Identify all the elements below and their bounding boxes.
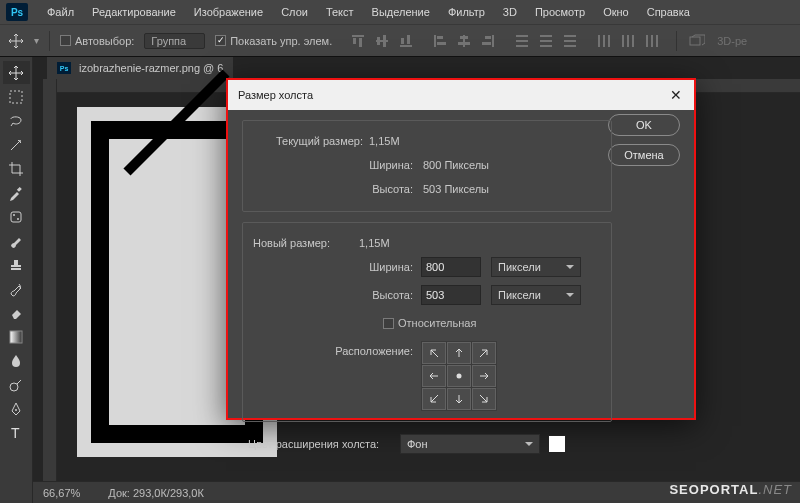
menu-filter[interactable]: Фильтр — [439, 6, 494, 18]
distribute-icon[interactable] — [512, 31, 532, 51]
menu-layers[interactable]: Слои — [272, 6, 317, 18]
svg-rect-32 — [632, 35, 634, 47]
svg-rect-44 — [10, 331, 22, 343]
show-controls-label: Показать упр. элем. — [230, 35, 332, 47]
canvas-size-dialog: Размер холста ✕ OK Отмена Текущий размер… — [226, 78, 696, 420]
anchor-grid[interactable] — [421, 341, 497, 411]
svg-rect-35 — [656, 35, 658, 47]
tool-lasso[interactable] — [3, 109, 30, 132]
svg-rect-1 — [353, 38, 356, 44]
distribute-icon[interactable] — [536, 31, 556, 51]
checkbox-icon — [60, 35, 71, 46]
anchor-label: Расположение: — [253, 341, 413, 357]
height-unit-combo[interactable]: Пиксели — [491, 285, 581, 305]
align-hcenter-icon[interactable] — [454, 31, 474, 51]
svg-rect-16 — [485, 36, 491, 39]
distribute-icon[interactable] — [594, 31, 614, 51]
menu-window[interactable]: Окно — [594, 6, 638, 18]
show-controls-checkbox[interactable]: Показать упр. элем. — [215, 35, 332, 47]
svg-text:T: T — [11, 425, 20, 441]
align-left-icon[interactable] — [430, 31, 450, 51]
3d-mode-icon[interactable] — [687, 31, 707, 51]
menu-help[interactable]: Справка — [638, 6, 699, 18]
tool-stamp[interactable] — [3, 253, 30, 276]
tool-wand[interactable] — [3, 133, 30, 156]
ext-color-swatch[interactable] — [548, 435, 566, 453]
tool-type[interactable]: T — [3, 421, 30, 444]
svg-point-46 — [15, 409, 17, 411]
menu-file[interactable]: Файл — [38, 6, 83, 18]
menu-edit[interactable]: Редактирование — [83, 6, 185, 18]
close-icon[interactable]: ✕ — [668, 87, 684, 103]
new-size-group: Новый размер: 1,15M Ширина: Пиксели Высо… — [242, 222, 612, 422]
cancel-button[interactable]: Отмена — [608, 144, 680, 166]
tool-gradient[interactable] — [3, 325, 30, 348]
relative-checkbox[interactable]: Относительная — [383, 317, 476, 329]
tool-eraser[interactable] — [3, 301, 30, 324]
anchor-e[interactable] — [472, 365, 496, 387]
tools-panel: T — [0, 57, 33, 503]
tool-eyedropper[interactable] — [3, 181, 30, 204]
watermark: SEOPORTAL.NET — [669, 482, 792, 497]
app-logo: Ps — [6, 3, 28, 21]
svg-rect-11 — [437, 42, 446, 45]
distribute-icon[interactable] — [618, 31, 638, 51]
distribute-icon[interactable] — [560, 31, 580, 51]
svg-rect-9 — [434, 35, 436, 47]
relative-label: Относительная — [398, 317, 476, 329]
ext-color-combo[interactable]: Фон — [400, 434, 540, 454]
menu-view[interactable]: Просмотр — [526, 6, 594, 18]
dialog-titlebar[interactable]: Размер холста ✕ — [228, 80, 694, 110]
current-width-value: 800 Пикселы — [423, 159, 489, 171]
align-right-icon[interactable] — [478, 31, 498, 51]
auto-select-label: Автовыбор: — [75, 35, 134, 47]
anchor-n[interactable] — [447, 342, 471, 364]
layer-group-combo[interactable]: Группа — [144, 33, 205, 49]
svg-point-42 — [17, 218, 19, 220]
current-size-group: Текущий размер: 1,15M Ширина: 800 Пиксел… — [242, 120, 612, 212]
tool-crop[interactable] — [3, 157, 30, 180]
anchor-se[interactable] — [472, 388, 496, 410]
new-width-label: Ширина: — [253, 261, 413, 273]
anchor-ne[interactable] — [472, 342, 496, 364]
svg-rect-36 — [690, 37, 700, 45]
tool-blur[interactable] — [3, 349, 30, 372]
menu-select[interactable]: Выделение — [363, 6, 439, 18]
tool-brush[interactable] — [3, 229, 30, 252]
width-input[interactable] — [421, 257, 481, 277]
anchor-nw[interactable] — [422, 342, 446, 364]
tool-dodge[interactable] — [3, 373, 30, 396]
tool-move[interactable] — [3, 61, 30, 84]
svg-rect-8 — [407, 35, 410, 44]
height-input[interactable] — [421, 285, 481, 305]
svg-rect-6 — [400, 45, 412, 47]
tool-pen[interactable] — [3, 397, 30, 420]
svg-rect-21 — [540, 35, 552, 37]
menu-3d[interactable]: 3D — [494, 6, 526, 18]
anchor-w[interactable] — [422, 365, 446, 387]
auto-select-checkbox[interactable]: Автовыбор: — [60, 35, 134, 47]
anchor-sw[interactable] — [422, 388, 446, 410]
align-bottom-icon[interactable] — [396, 31, 416, 51]
zoom-level[interactable]: 66,67% — [43, 487, 80, 499]
new-height-label: Высота: — [253, 289, 413, 301]
doc-size: Док: 293,0К/293,0К — [108, 487, 204, 499]
width-unit-combo[interactable]: Пиксели — [491, 257, 581, 277]
svg-rect-33 — [646, 35, 648, 47]
anchor-center[interactable] — [447, 365, 471, 387]
svg-rect-4 — [377, 37, 380, 45]
align-vcenter-icon[interactable] — [372, 31, 392, 51]
tool-healing[interactable] — [3, 205, 30, 228]
svg-rect-30 — [622, 35, 624, 47]
tool-dropdown-icon[interactable]: ▾ — [34, 35, 39, 46]
anchor-s[interactable] — [447, 388, 471, 410]
document-tab[interactable]: Ps izobrazhenie-razmer.png @ 6 — [47, 57, 233, 79]
distribute-icon[interactable] — [642, 31, 662, 51]
tool-history-brush[interactable] — [3, 277, 30, 300]
menu-image[interactable]: Изображение — [185, 6, 272, 18]
ok-button[interactable]: OK — [608, 114, 680, 136]
align-top-icon[interactable] — [348, 31, 368, 51]
tool-marquee[interactable] — [3, 85, 30, 108]
menu-text[interactable]: Текст — [317, 6, 363, 18]
svg-rect-17 — [482, 42, 491, 45]
